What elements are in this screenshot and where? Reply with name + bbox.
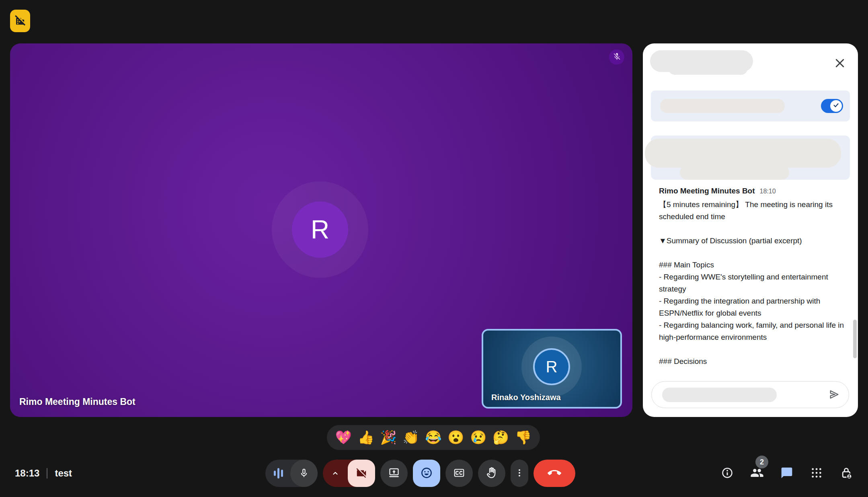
chat-bubble-icon [780,466,793,481]
avatar-letter: R [311,215,329,244]
redacted-toggle-label [660,99,785,113]
participants-count-badge: 2 [755,456,768,468]
reaction-thumbsup-button[interactable]: 👍 [358,425,374,450]
building-off-icon [14,14,27,28]
redacted-input-text [662,388,777,402]
send-icon [828,388,841,402]
chat-side-panel: Rimo Meeting Minutes Bot 18:10 【5 minute… [643,43,858,417]
camera-button[interactable] [323,460,375,487]
reaction-heart-button[interactable]: 💖 [335,425,352,450]
sender-name: Rimo Meeting Minutes Bot [659,187,755,195]
mic-icon [290,460,318,487]
meeting-name: test [55,468,72,479]
close-icon [834,57,846,70]
captions-icon [453,467,465,480]
avatar: R [292,201,348,258]
meeting-details-button[interactable] [720,466,735,481]
redacted-panel-title [669,63,747,75]
avatar: R [533,348,570,385]
raised-hand-icon [485,466,498,481]
info-icon [721,466,734,481]
pip-video-tile[interactable]: R Rinako Yoshizawa [482,329,622,409]
smiley-icon [420,466,433,481]
chat-input-field[interactable] [651,381,849,408]
call-controls [265,460,575,487]
apps-grid-icon [810,466,823,481]
present-screen-icon [388,467,400,480]
mic-muted-indicator [609,49,624,65]
chat-button[interactable] [780,466,794,481]
host-controls-button[interactable] [839,466,854,481]
chat-permission-row [651,90,850,121]
reaction-cry-button[interactable]: 😢 [470,425,486,450]
microphone-button[interactable] [265,460,318,487]
reaction-clap-button[interactable]: 👏 [402,425,419,450]
captions-button[interactable] [445,460,473,487]
camera-off-icon [348,460,375,487]
reactions-bar: 💖 👍 🎉 👏 😂 😮 😢 🤔 👎 [327,425,540,450]
redacted-notice-text [645,139,841,168]
reaction-thinking-button[interactable]: 🤔 [492,425,509,450]
chat-toggle-switch[interactable] [821,99,843,113]
chat-scrollbar-thumb[interactable] [853,320,857,358]
avatar-letter: R [546,358,558,376]
participant-name-label: Rimo Meeting Minutes Bot [19,396,135,407]
divider [47,468,47,479]
end-call-button[interactable] [534,460,575,487]
reaction-party-button[interactable]: 🎉 [380,425,397,450]
raise-hand-button[interactable] [478,460,505,487]
reaction-laugh-button[interactable]: 😂 [425,425,441,450]
reactions-button[interactable] [413,460,440,487]
message-body: 【5 minutes remaining】 The meeting is nea… [659,199,845,368]
more-options-button[interactable] [511,460,528,487]
call-end-icon [548,466,561,481]
chevron-up-icon [323,460,348,487]
clock: 18:13 [15,468,39,479]
brand-badge [10,10,30,32]
meeting-status: 18:13 test [15,460,72,487]
reaction-thumbsdown-button[interactable]: 👎 [515,425,531,450]
audio-level-icon [265,460,292,487]
lock-person-icon [839,466,853,481]
mic-off-icon [613,52,621,62]
meeting-panel-icons: 2 [720,460,854,487]
activities-button[interactable] [809,466,824,481]
present-screen-button[interactable] [380,460,408,487]
send-message-button[interactable] [826,387,842,403]
message-timestamp: 18:10 [760,188,776,195]
chat-message: Rimo Meeting Minutes Bot 18:10 【5 minute… [659,187,845,368]
redacted-notice-text [680,165,789,180]
meet-window: R Rimo Meeting Minutes Bot R Rinako Yosh… [0,0,868,497]
participant-name-label: Rinako Yoshizawa [491,393,561,402]
check-icon [833,102,839,110]
close-panel-button[interactable] [831,55,849,72]
participants-button[interactable]: 2 [750,466,764,481]
chat-message-header: Rimo Meeting Minutes Bot 18:10 [659,187,845,195]
more-vertical-icon [514,468,525,479]
toggle-knob [830,100,842,112]
reaction-surprised-button[interactable]: 😮 [447,425,464,450]
